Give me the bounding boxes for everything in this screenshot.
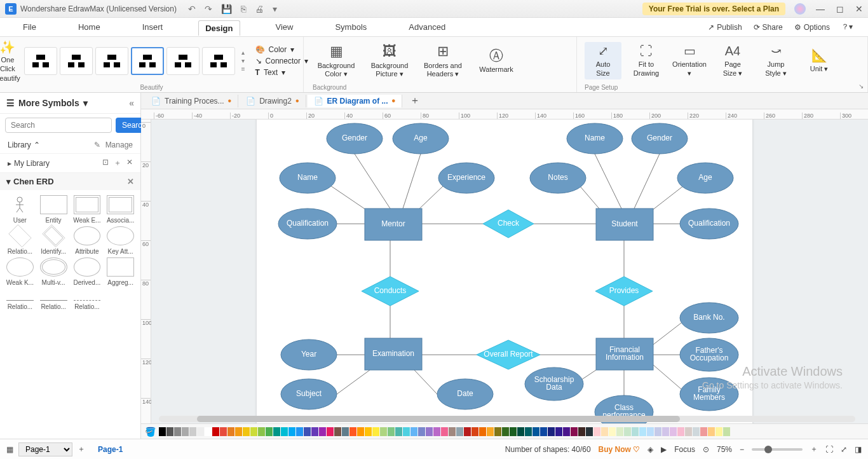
color-swatch[interactable]	[525, 427, 532, 436]
color-swatch[interactable]	[677, 427, 684, 436]
document-tab[interactable]: 📄Training Proces...•	[145, 95, 238, 107]
shape-stencil[interactable]: Relatio...	[4, 289, 36, 310]
color-swatch[interactable]	[273, 427, 280, 436]
color-swatch[interactable]	[380, 427, 387, 436]
theme-thumb-5[interactable]	[166, 47, 200, 75]
menu-share[interactable]: ⟳ Share	[754, 23, 783, 32]
bg-color-button[interactable]: ▦Background Color ▾	[313, 43, 360, 79]
color-swatch[interactable]	[365, 427, 372, 436]
fullscreen-icon[interactable]: ⤢	[841, 445, 847, 454]
color-swatch[interactable]	[624, 427, 631, 436]
library-label[interactable]: Library	[8, 140, 31, 149]
color-swatch[interactable]	[540, 427, 547, 436]
library-expand-icon[interactable]: ⌃	[34, 140, 40, 149]
zoom-in-icon[interactable]: ＋	[810, 444, 818, 455]
menu-design[interactable]: Design	[198, 20, 240, 36]
color-swatch[interactable]	[227, 427, 234, 436]
color-swatch[interactable]	[349, 427, 356, 436]
page-select[interactable]: Page-1	[18, 442, 72, 456]
pagesetup-launcher-icon[interactable]: ↘	[858, 83, 864, 90]
color-swatch[interactable]	[693, 427, 700, 436]
color-swatch[interactable]	[510, 427, 517, 436]
color-swatch[interactable]	[258, 427, 265, 436]
canvas[interactable]: GenderAgeNameExperienceQualificationName…	[151, 120, 868, 423]
present-icon[interactable]: ▶	[661, 445, 667, 454]
zoom-out-icon[interactable]: −	[740, 445, 744, 454]
shape-stencil[interactable]: Relatio...	[4, 226, 36, 255]
color-swatch[interactable]	[441, 427, 448, 436]
shape-stencil[interactable]: Key Att...	[104, 226, 137, 255]
one-click-beautify-button[interactable]: ✨ One Click Beautify	[0, 39, 20, 83]
side-panel-icon[interactable]: ◨	[855, 445, 862, 454]
color-swatch[interactable]	[357, 427, 364, 436]
search-input[interactable]	[5, 118, 112, 133]
menu-publish[interactable]: ↗ Publish	[708, 23, 742, 32]
color-swatch[interactable]	[235, 427, 242, 436]
layers-icon[interactable]: ◈	[648, 445, 653, 454]
theme-more-icon[interactable]: ≡	[241, 65, 245, 72]
document-tab[interactable]: 📄Drawing2•	[240, 95, 306, 107]
shape-stencil[interactable]: Derived...	[71, 257, 104, 286]
color-swatch[interactable]	[205, 427, 212, 436]
shape-stencil[interactable]: Weak K...	[4, 257, 36, 286]
focus-button[interactable]: Focus	[674, 445, 695, 454]
shape-stencil[interactable]: Aggreg...	[104, 257, 137, 286]
theme-thumb-3[interactable]	[95, 47, 128, 75]
jump-style-button[interactable]: ⤻Jump Style ▾	[757, 43, 794, 78]
color-swatch[interactable]	[601, 427, 608, 436]
auto-size-button[interactable]: ⤢Auto Size	[585, 42, 621, 79]
borders-headers-button[interactable]: ⊞Borders and Headers ▾	[419, 43, 466, 79]
add-page-icon[interactable]: ＋	[78, 444, 85, 455]
orientation-button[interactable]: ▭Orientation ▾	[671, 43, 708, 78]
page-size-button[interactable]: A4Page Size ▾	[714, 43, 751, 78]
add-icon[interactable]: ＋	[114, 158, 121, 168]
chevron-down-icon[interactable]: ▾	[83, 98, 88, 108]
color-swatch[interactable]	[647, 427, 654, 436]
unit-button[interactable]: 📐Unit ▾	[801, 48, 837, 74]
theme-next-icon[interactable]: ▾	[241, 57, 245, 64]
paint-bucket-icon[interactable]: 🪣	[145, 427, 156, 437]
color-swatch[interactable]	[189, 427, 196, 436]
color-swatch[interactable]	[654, 427, 661, 436]
theme-thumb-6[interactable]	[202, 47, 235, 75]
color-swatch[interactable]	[182, 427, 189, 436]
panel-menu-icon[interactable]: ☰	[6, 98, 15, 108]
scrollbar-horizontal[interactable]	[159, 416, 855, 422]
color-swatch[interactable]	[502, 427, 509, 436]
color-swatch[interactable]	[342, 427, 349, 436]
theme-thumb-4[interactable]	[131, 47, 164, 75]
color-swatch[interactable]	[662, 427, 669, 436]
color-swatch[interactable]	[578, 427, 585, 436]
color-swatch[interactable]	[685, 427, 692, 436]
color-dropdown[interactable]: 🎨Color ▾	[255, 45, 308, 54]
color-swatch[interactable]	[639, 427, 646, 436]
user-avatar[interactable]	[794, 3, 806, 15]
color-swatch[interactable]	[700, 427, 707, 436]
fit-drawing-button[interactable]: ⛶Fit to Drawing	[628, 43, 665, 78]
page-grid-icon[interactable]: ▦	[6, 445, 13, 454]
theme-prev-icon[interactable]: ▴	[241, 49, 245, 56]
page-tab[interactable]: Page-1	[92, 445, 129, 454]
color-swatch[interactable]	[334, 427, 341, 436]
color-swatch[interactable]	[311, 427, 318, 436]
color-swatch[interactable]	[410, 427, 417, 436]
shape-stencil[interactable]: Attribute	[71, 226, 104, 255]
manage-link[interactable]: Manage	[105, 140, 133, 149]
menu-advanced[interactable]: Advanced	[402, 20, 452, 34]
document-tab[interactable]: 📄ER Diagram of ...•	[308, 95, 403, 107]
color-swatch[interactable]	[715, 427, 722, 436]
color-swatch[interactable]	[388, 427, 395, 436]
color-swatch[interactable]	[319, 427, 326, 436]
close-icon[interactable]: ✕	[855, 4, 863, 14]
collapse-panel-icon[interactable]: «	[129, 98, 134, 108]
color-swatch[interactable]	[586, 427, 593, 436]
color-swatch[interactable]	[723, 427, 730, 436]
scrollbar-thumb[interactable]	[197, 416, 680, 422]
color-swatch[interactable]	[433, 427, 440, 436]
color-swatch[interactable]	[571, 427, 578, 436]
mylibrary-expand-icon[interactable]: ▸	[8, 159, 11, 168]
menu-options[interactable]: ⚙ Options	[794, 23, 830, 32]
play-icon[interactable]: ⊙	[703, 445, 709, 454]
zoom-value[interactable]: 75%	[717, 445, 732, 454]
shape-stencil[interactable]: Relatio...	[71, 289, 104, 310]
